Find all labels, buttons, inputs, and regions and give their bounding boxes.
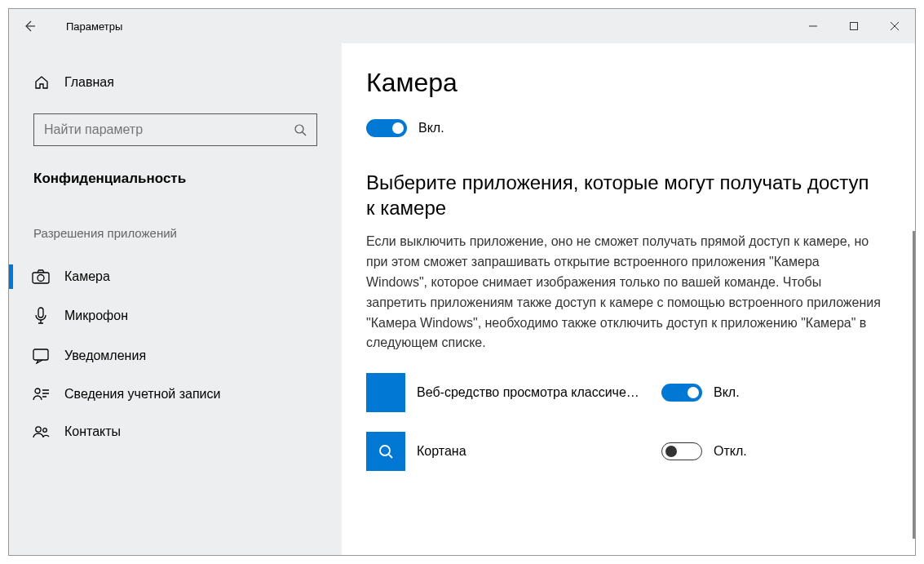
camera-master-toggle[interactable] [366, 119, 407, 137]
app-icon-blank [366, 373, 405, 412]
svg-point-7 [36, 427, 41, 432]
close-button[interactable] [874, 9, 915, 43]
app-row: Веб-средство просмотра классиче… Вкл. [366, 373, 882, 412]
app-icon-cortana [366, 432, 405, 471]
camera-master-toggle-row: Вкл. [366, 119, 882, 137]
arrow-left-icon [23, 20, 36, 33]
account-icon [32, 387, 50, 402]
window-controls [793, 9, 915, 43]
sidebar-item-label: Микрофон [64, 309, 128, 323]
svg-point-6 [35, 389, 40, 393]
sidebar-item-label: Контакты [64, 424, 121, 439]
app-row: Кортана Откл. [366, 432, 882, 471]
minimize-icon [808, 21, 818, 31]
sidebar-item-label: Камера [64, 269, 110, 284]
search-icon [378, 443, 394, 460]
sidebar-item-microphone[interactable]: Микрофон [9, 295, 342, 336]
sidebar-item-camera[interactable]: Камера [9, 258, 342, 295]
app-toggle-label: Вкл. [714, 385, 740, 400]
sidebar-item-contacts[interactable]: Контакты [9, 413, 342, 451]
svg-point-3 [38, 275, 44, 282]
app-name: Кортана [417, 444, 661, 459]
close-icon [890, 21, 900, 31]
contacts-icon [32, 424, 50, 439]
maximize-button[interactable] [833, 9, 874, 43]
microphone-icon [32, 307, 50, 325]
app-toggle[interactable] [661, 442, 702, 460]
home-link[interactable]: Главная [9, 66, 342, 99]
svg-rect-0 [851, 23, 858, 30]
app-name: Веб-средство просмотра классиче… [417, 385, 661, 400]
minimize-button[interactable] [793, 9, 833, 43]
svg-rect-5 [33, 349, 48, 360]
titlebar: Параметры [9, 9, 915, 43]
maximize-icon [849, 21, 859, 31]
section-label: Разрешения приложений [9, 211, 342, 258]
content-area: Камера Вкл. Выберите приложения, которые… [342, 43, 915, 555]
search-icon [284, 123, 316, 136]
svg-point-8 [43, 429, 47, 433]
page-title: Камера [366, 68, 882, 98]
sidebar-item-label: Сведения учетной записи [64, 387, 220, 402]
sidebar-item-account[interactable]: Сведения учетной записи [9, 375, 342, 413]
camera-icon [32, 269, 50, 284]
notifications-icon [32, 348, 50, 364]
app-toggle-wrap: Откл. [661, 442, 792, 460]
search-box[interactable] [33, 113, 317, 146]
apps-section-description: Если выключить приложение, оно не сможет… [366, 232, 882, 353]
home-icon [33, 74, 50, 91]
back-button[interactable] [9, 9, 50, 43]
home-label: Главная [64, 75, 114, 90]
svg-point-1 [295, 125, 303, 133]
scrollbar[interactable] [913, 231, 915, 539]
app-toggle[interactable] [661, 384, 702, 402]
svg-rect-4 [38, 308, 43, 318]
sidebar-item-label: Уведомления [64, 349, 146, 363]
search-input[interactable] [34, 122, 284, 137]
window-title: Параметры [66, 20, 122, 33]
app-toggle-wrap: Вкл. [661, 384, 792, 402]
sidebar-item-notifications[interactable]: Уведомления [9, 336, 342, 375]
sidebar: Главная Конфиденциальность Разрешения пр… [9, 43, 342, 555]
app-toggle-label: Откл. [714, 444, 747, 459]
settings-window: Параметры Главная [8, 8, 916, 556]
window-body: Главная Конфиденциальность Разрешения пр… [9, 43, 915, 555]
svg-point-9 [380, 446, 390, 455]
category-label: Конфиденциальность [9, 162, 342, 211]
camera-master-toggle-label: Вкл. [418, 121, 444, 135]
apps-section-heading: Выберите приложения, которые могут получ… [366, 170, 882, 220]
